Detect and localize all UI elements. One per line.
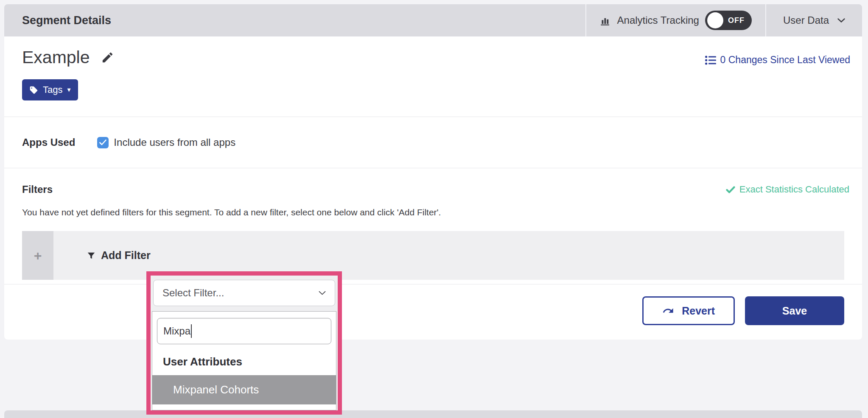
chevron-down-icon [319,291,326,295]
changes-since-last-viewed-link[interactable]: 0 Changes Since Last Viewed [705,54,850,66]
select-filter-value: Select Filter... [162,287,224,299]
analytics-tracking-block: Analytics Tracking OFF [586,4,765,36]
checkmark-icon [99,139,106,145]
funnel-icon [87,251,96,260]
dropdown-group-label: User Attributes [152,350,336,375]
header-controls: Analytics Tracking OFF User Data [585,4,862,36]
page-title: Segment Details [22,14,111,27]
select-filter-dropdown[interactable]: Select Filter... [153,280,335,306]
analytics-tracking-toggle[interactable]: OFF [705,11,752,30]
panel-bottom-space [152,404,336,410]
include-all-apps-checkbox[interactable] [97,137,109,148]
apps-used-section: Apps Used Include users from all apps [4,117,862,168]
tag-icon [29,86,38,95]
next-section-header-edge [4,410,862,418]
segment-name: Example [22,47,90,67]
filter-dropdown-panel: Mixpa User Attributes Mixpanel Cohorts [152,311,336,410]
bar-chart-icon [600,15,611,26]
card-header: Segment Details Analytics Tracking OFF [4,4,862,36]
check-icon [726,186,735,193]
caret-down-icon: ▾ [67,86,70,93]
analytics-tracking-label: Analytics Tracking [617,14,699,26]
filters-label: Filters [22,184,53,195]
dropdown-option-mixpanel-cohorts[interactable]: Mixpanel Cohorts [152,375,336,404]
exact-statistics-label: Exact Statistics Calculated [739,184,849,195]
footer-actions: Revert Save [4,284,862,340]
highlight-annotation-box: Select Filter... Mixpa User Attributes M… [146,271,342,415]
add-filter-plus-button[interactable]: + [22,231,53,280]
toggle-knob [707,12,723,28]
toggle-state-label: OFF [728,11,745,30]
add-filter-label: Add Filter [87,249,151,262]
text-cursor [191,324,192,338]
undo-icon [662,305,674,317]
user-data-dropdown[interactable]: User Data [766,4,862,36]
user-data-label: User Data [783,14,829,26]
card-body: Example 0 Changes [4,36,862,340]
revert-button-label: Revert [682,305,715,317]
tags-button-label: Tags [43,84,62,95]
filter-search-value: Mixpa [163,325,190,337]
segment-details-card: Segment Details Analytics Tracking OFF [4,4,862,340]
pencil-icon [101,51,114,64]
filter-search-input[interactable]: Mixpa [157,318,331,344]
save-button[interactable]: Save [745,296,844,325]
tags-button[interactable]: Tags ▾ [22,79,78,100]
add-filter-text: Add Filter [101,249,151,262]
filters-description: You have not yet defined filters for thi… [22,207,844,217]
change-list-icon [705,56,716,65]
include-all-apps-label: Include users from all apps [114,137,235,148]
add-filter-row: + Add Filter [22,231,844,280]
edit-name-button[interactable] [101,51,114,64]
revert-button[interactable]: Revert [642,296,735,325]
filters-section: Filters Exact Statistics Calculated You … [4,168,862,284]
plus-icon: + [34,249,42,262]
segment-title-section: Example 0 Changes [4,36,862,117]
changes-link-label: 0 Changes Since Last Viewed [720,54,850,66]
chevron-down-icon [837,18,845,23]
exact-statistics-status: Exact Statistics Calculated [726,184,849,195]
apps-used-label: Apps Used [22,137,75,148]
